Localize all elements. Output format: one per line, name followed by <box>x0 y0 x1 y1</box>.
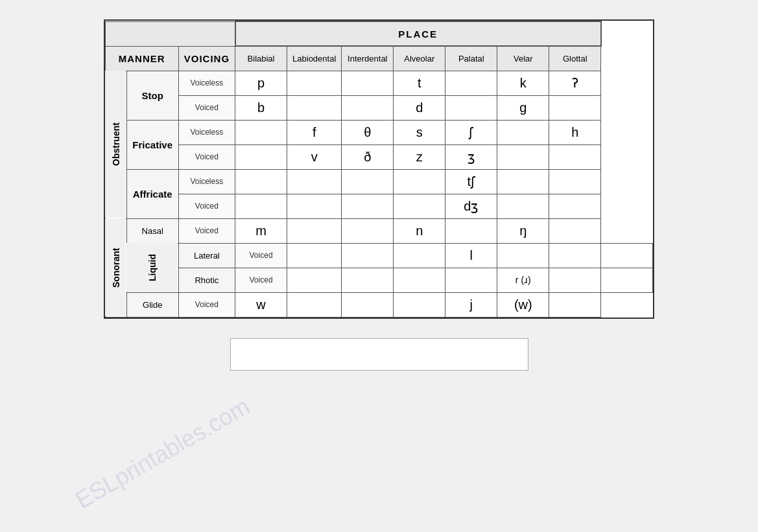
col-palatal: Palatal <box>445 46 497 71</box>
phoneme-w: w <box>235 292 287 317</box>
phoneme-empty <box>235 120 287 145</box>
phoneme-empty <box>497 194 549 218</box>
phoneme-n: n <box>394 218 445 243</box>
table-row: Affricate Voiceless tʃ <box>105 169 653 194</box>
phoneme-empty <box>235 169 287 194</box>
phoneme-empty <box>549 218 601 243</box>
place-header: PLACE <box>235 21 601 46</box>
manner-label-cell: MANNER <box>105 46 178 71</box>
col-interdental: Interdental <box>342 46 394 71</box>
phoneme-empty <box>549 194 601 218</box>
phoneme-empty <box>287 218 342 243</box>
table-row: Voiced b d g <box>105 95 653 120</box>
voicing-fricative-voiced: Voiced <box>178 145 235 169</box>
phoneme-empty <box>497 145 549 169</box>
obstruent-label: Obstruent <box>105 71 126 218</box>
manner-rhotic: Rhotic <box>178 268 235 292</box>
col-velar: Velar <box>497 46 549 71</box>
phoneme-empty <box>601 243 653 268</box>
table-row: Obstruent Stop Voiceless p t k ʔ <box>105 71 653 95</box>
phoneme-empty <box>549 169 601 194</box>
watermark: ESLprintables.com <box>71 393 255 514</box>
manner-affricate: Affricate <box>126 169 178 218</box>
phoneme-empty <box>394 292 445 317</box>
phoneme-eng: ŋ <box>497 218 549 243</box>
voicing-stop-voiceless: Voiceless <box>178 71 235 95</box>
voicing-stop-voiced: Voiced <box>178 95 235 120</box>
phoneme-empty <box>497 243 549 268</box>
phoneme-f: f <box>287 120 342 145</box>
phoneme-empty <box>287 169 342 194</box>
phoneme-empty <box>342 169 394 194</box>
sonorant-label: Sonorant <box>105 218 126 317</box>
phoneme-j: j <box>445 292 497 317</box>
manner-glide: Glide <box>126 292 178 317</box>
phoneme-k: k <box>497 71 549 95</box>
col-bilabial: Bilabial <box>235 46 287 71</box>
phoneme-empty <box>235 145 287 169</box>
manner-header <box>105 21 235 46</box>
phoneme-empty <box>287 243 342 268</box>
voicing-nasal: Voiced <box>178 218 235 243</box>
phoneme-w-velar: (w) <box>497 292 549 317</box>
voicing-fricative-voiceless: Voiceless <box>178 120 235 145</box>
manner-nasal: Nasal <box>126 218 178 243</box>
phoneme-m: m <box>235 218 287 243</box>
phoneme-dzh: dʒ <box>445 194 497 218</box>
voicing-rhotic: Voiced <box>235 268 287 292</box>
liquid-label: Liquid <box>126 243 178 292</box>
phoneme-empty <box>342 71 394 95</box>
phoneme-empty <box>601 268 653 292</box>
phoneme-empty <box>445 218 497 243</box>
phoneme-theta: θ <box>342 120 394 145</box>
voicing-glide: Voiced <box>178 292 235 317</box>
voicing-affricate-voiced: Voiced <box>178 194 235 218</box>
phoneme-empty <box>445 71 497 95</box>
table-row: Fricative Voiceless f θ s ʃ h <box>105 120 653 145</box>
col-glottal: Glottal <box>549 46 601 71</box>
phoneme-empty <box>287 268 342 292</box>
manner-stop: Stop <box>126 71 178 120</box>
phoneme-empty <box>445 268 497 292</box>
bottom-section <box>13 338 745 384</box>
col-alveolar: Alveolar <box>394 46 445 71</box>
phoneme-empty <box>549 292 601 317</box>
phoneme-empty <box>342 218 394 243</box>
phoneme-p: p <box>235 71 287 95</box>
phonology-table: PLACE MANNER VOICING Bilabial Labiodenta… <box>104 19 655 319</box>
phoneme-b: b <box>235 95 287 120</box>
phoneme-zh: ʒ <box>445 145 497 169</box>
phoneme-glottal-stop: ʔ <box>549 71 601 95</box>
phoneme-empty <box>342 268 394 292</box>
phoneme-empty <box>342 243 394 268</box>
phoneme-empty <box>287 95 342 120</box>
phoneme-empty <box>394 169 445 194</box>
phoneme-empty <box>549 243 601 268</box>
phoneme-empty <box>394 243 445 268</box>
phoneme-empty <box>287 292 342 317</box>
phoneme-tsh: tʃ <box>445 169 497 194</box>
phoneme-sh: ʃ <box>445 120 497 145</box>
voicing-label-cell: VOICING <box>178 46 235 71</box>
phoneme-empty <box>549 145 601 169</box>
phoneme-empty <box>549 268 601 292</box>
phoneme-empty <box>287 194 342 218</box>
phoneme-l: l <box>445 243 497 268</box>
phoneme-empty <box>549 95 601 120</box>
phoneme-empty <box>394 268 445 292</box>
manner-fricative: Fricative <box>126 120 178 169</box>
phoneme-empty <box>342 194 394 218</box>
text-input[interactable] <box>230 338 528 371</box>
col-labiodental: Labiodental <box>287 46 342 71</box>
voicing-lateral: Voiced <box>235 243 287 268</box>
table-row: Liquid Lateral Voiced l <box>105 243 653 268</box>
phoneme-empty <box>235 194 287 218</box>
phoneme-g: g <box>497 95 549 120</box>
table-row: Voiced v ð z ʒ <box>105 145 653 169</box>
table-row: Glide Voiced w j (w) <box>105 292 653 317</box>
phoneme-empty <box>287 71 342 95</box>
phoneme-empty <box>342 95 394 120</box>
phoneme-empty <box>342 292 394 317</box>
table-row: Sonorant Nasal Voiced m n ŋ <box>105 218 653 243</box>
phoneme-t: t <box>394 71 445 95</box>
